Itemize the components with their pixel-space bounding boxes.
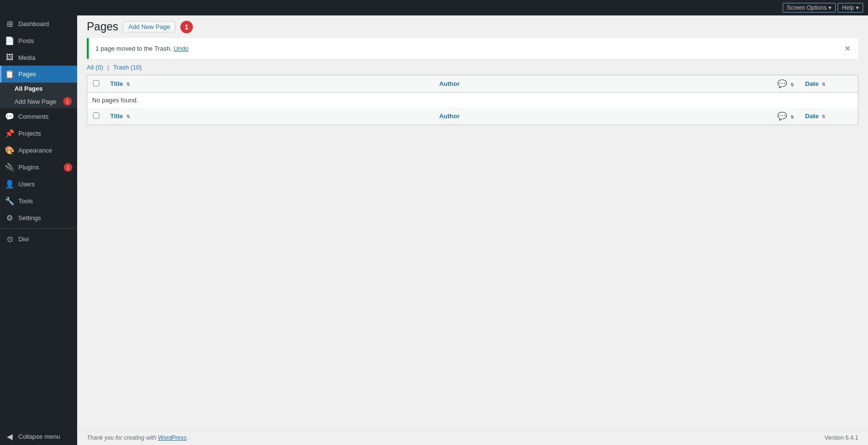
appearance-icon: 🎨 xyxy=(5,146,14,155)
table-header-date-col[interactable]: Date ⇅ xyxy=(800,75,858,93)
sidebar-item-tools[interactable]: 🔧 Tools xyxy=(0,193,77,209)
all-pages-label: All Pages xyxy=(14,85,43,92)
divi-icon: ⊙ xyxy=(5,235,14,244)
sidebar-item-label: Posts xyxy=(18,37,34,44)
table-footer-checkbox-col xyxy=(87,108,106,125)
filter-separator: | xyxy=(108,64,109,71)
add-new-page-header-button[interactable]: Add New Page xyxy=(123,21,176,32)
author-footer-label: Author xyxy=(439,112,460,120)
table-body: No pages found. xyxy=(87,93,858,108)
no-items-row: No pages found. xyxy=(87,93,858,108)
notice-text: 1 page moved to the Trash. Undo xyxy=(95,45,189,52)
sidebar-sub-item-add-new-page[interactable]: Add New Page 1 xyxy=(0,95,77,108)
sidebar-item-label: Comments xyxy=(18,113,49,120)
table-footer-comments-col[interactable]: 💬 ⇅ xyxy=(772,108,800,125)
no-items-message: No pages found. xyxy=(87,93,858,108)
screen-options-button[interactable]: Screen Options ▾ xyxy=(783,3,836,13)
sidebar-item-appearance[interactable]: 🎨 Appearance xyxy=(0,142,77,159)
author-col-label: Author xyxy=(439,80,460,87)
header-count-badge: 1 xyxy=(180,21,193,33)
sidebar-item-users[interactable]: 👤 Users xyxy=(0,176,77,193)
plugins-icon: 🔌 xyxy=(5,163,14,172)
date-footer-label: Date xyxy=(805,112,819,120)
help-arrow-icon: ▾ xyxy=(856,4,859,11)
filter-trash-link[interactable]: Trash (10) xyxy=(113,64,142,71)
table-footer-author-col: Author xyxy=(434,108,772,125)
sidebar-item-label: Media xyxy=(18,54,35,61)
dashboard-icon: ⊞ xyxy=(5,19,14,28)
main-area: Pages Add New Page 1 1 page moved to the… xyxy=(77,15,868,445)
sidebar-footer: ◀ Collapse menu xyxy=(0,428,77,445)
title-footer-label: Title xyxy=(110,112,123,120)
sidebar-item-plugins[interactable]: 🔌 Plugins 1 xyxy=(0,159,77,176)
sidebar-item-media[interactable]: 🖼 Media xyxy=(0,49,77,66)
sidebar-item-divi[interactable]: ⊙ Divi xyxy=(0,231,77,248)
filter-links: All (0) | Trash (10) xyxy=(87,64,858,71)
comments-col-icon: 💬 xyxy=(777,80,787,88)
sidebar-item-label: Projects xyxy=(18,130,41,137)
collapse-icon: ◀ xyxy=(5,432,14,441)
sidebar-item-comments[interactable]: 💬 Comments xyxy=(0,108,77,125)
filter-all-link[interactable]: All (0) xyxy=(87,64,105,71)
filter-all-count: (0) xyxy=(95,64,103,71)
screen-options-label: Screen Options xyxy=(787,4,827,11)
table-header-title-col[interactable]: Title ⇅ xyxy=(106,75,434,93)
sidebar-item-posts[interactable]: 📄 Posts xyxy=(0,32,77,49)
undo-link[interactable]: Undo xyxy=(174,45,189,52)
help-button[interactable]: Help ▾ xyxy=(838,3,863,13)
tools-icon: 🔧 xyxy=(5,196,14,206)
sidebar-item-settings[interactable]: ⚙ Settings xyxy=(0,209,77,226)
filter-trash-count: (10) xyxy=(131,64,142,71)
sidebar-collapse-button[interactable]: ◀ Collapse menu xyxy=(0,428,77,445)
comments-sort-icon: ⇅ xyxy=(790,83,794,87)
date-sort-icon: ⇅ xyxy=(822,82,826,87)
thank-you-text: Thank you for creating with xyxy=(87,434,156,441)
sidebar-item-label: Divi xyxy=(18,236,29,243)
users-icon: 👤 xyxy=(5,180,14,189)
pages-submenu: All Pages Add New Page 1 xyxy=(0,83,77,108)
table-footer-date-col[interactable]: Date ⇅ xyxy=(800,108,858,125)
main-footer: Thank you for creating with WordPress. V… xyxy=(77,430,868,445)
sidebar-item-label: Appearance xyxy=(18,147,52,154)
sidebar-item-projects[interactable]: 📌 Projects xyxy=(0,125,77,142)
table-header-comments-col[interactable]: 💬 ⇅ xyxy=(772,75,800,93)
media-icon: 🖼 xyxy=(5,53,14,62)
table-footer-row: Title ⇅ Author 💬 ⇅ Date ⇅ xyxy=(87,108,858,125)
sidebar-item-pages[interactable]: 📋 Pages xyxy=(0,66,77,83)
projects-icon: 📌 xyxy=(5,129,14,138)
filter-all-label: All xyxy=(87,64,94,71)
version-text: Version 6.4.1 xyxy=(825,434,858,441)
filter-trash-label: Trash xyxy=(113,64,129,71)
sidebar-item-label: Settings xyxy=(18,214,41,222)
notice-close-button[interactable]: ✕ xyxy=(843,43,852,54)
title-sort-icon: ⇅ xyxy=(126,82,130,87)
table-header-checkbox-col xyxy=(87,75,106,93)
settings-icon: ⚙ xyxy=(5,213,14,222)
sidebar-item-dashboard[interactable]: ⊞ Dashboard xyxy=(0,15,77,32)
posts-icon: 📄 xyxy=(5,36,14,45)
footer-credit: Thank you for creating with WordPress. xyxy=(87,434,188,441)
select-all-footer-checkbox[interactable] xyxy=(93,112,99,119)
sidebar-item-label: Tools xyxy=(18,197,33,205)
table-footer-title-col[interactable]: Title ⇅ xyxy=(106,108,434,125)
wordpress-link[interactable]: WordPress xyxy=(158,434,186,441)
notice-message: 1 page moved to the Trash. xyxy=(95,45,172,52)
comments-footer-icon: 💬 xyxy=(777,112,787,120)
title-col-label: Title xyxy=(110,80,123,87)
add-new-page-label: Add New Page xyxy=(14,98,56,105)
trash-notice: 1 page moved to the Trash. Undo ✕ xyxy=(87,38,858,59)
table-header-author-col: Author xyxy=(434,75,772,93)
comments-icon: 💬 xyxy=(5,112,14,121)
help-label: Help xyxy=(842,4,854,11)
sidebar-item-label: Dashboard xyxy=(18,20,49,28)
select-all-checkbox[interactable] xyxy=(93,80,99,86)
comments-footer-sort-icon: ⇅ xyxy=(790,115,794,120)
sidebar: ⊞ Dashboard 📄 Posts 🖼 Media 📋 Pages All … xyxy=(0,15,77,445)
add-new-page-badge: 1 xyxy=(63,97,72,106)
sidebar-sub-item-all-pages[interactable]: All Pages xyxy=(0,83,77,95)
page-title: Pages xyxy=(87,20,118,33)
table-header-row: Title ⇅ Author 💬 ⇅ Date ⇅ xyxy=(87,75,858,93)
plugins-badge: 1 xyxy=(64,163,72,172)
collapse-label: Collapse menu xyxy=(18,433,60,440)
sidebar-divider xyxy=(0,228,77,229)
